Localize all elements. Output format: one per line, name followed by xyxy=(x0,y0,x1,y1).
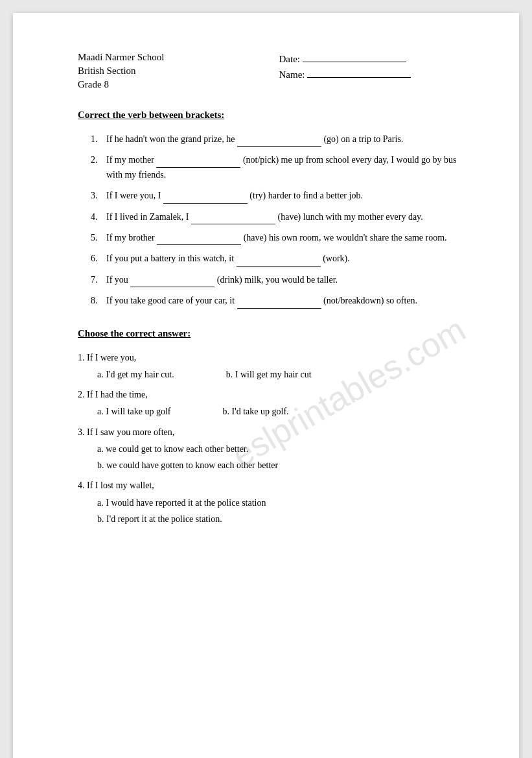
item-text-after: on a trip to Paris. xyxy=(341,134,403,144)
item-num: 3. xyxy=(91,189,98,203)
list-item: 3. If I were you, I (try) harder to find… xyxy=(91,189,467,203)
list-item: 1. If he hadn't won the grand prize, he … xyxy=(91,132,467,147)
item-text-after: his own room, we wouldn't share the same… xyxy=(269,233,447,243)
list-item: 2. If my mother (not/pick) me up from sc… xyxy=(91,153,467,182)
item-text-before: If you take good care of your car, it xyxy=(106,296,237,305)
answer-blank[interactable] xyxy=(237,137,321,147)
worksheet-page: eslprintables.com Maadi Narmer School Br… xyxy=(13,13,519,758)
section1-title: Correct the verb between brackets: xyxy=(78,110,467,121)
option-b: b. we could have gotten to know each oth… xyxy=(97,457,467,473)
option-a: a. I will take up golf xyxy=(97,403,171,420)
list-item: 7. If you (drink) milk, you would be tal… xyxy=(91,273,467,287)
item-num: 7. xyxy=(91,273,98,287)
choose-item-num: 3. xyxy=(78,427,87,437)
date-line: Date: xyxy=(279,52,468,65)
choose-item-num: 1. xyxy=(78,353,87,362)
section-1: Correct the verb between brackets: 1. If… xyxy=(78,110,467,309)
item-hint: (try) xyxy=(249,191,266,200)
answer-blank[interactable] xyxy=(130,278,214,287)
item-text-before: If I lived in Zamalek, I xyxy=(106,212,191,222)
answer-blank[interactable] xyxy=(237,257,321,266)
exercise-list: 1. If he hadn't won the grand prize, he … xyxy=(78,132,467,309)
choose-item-stem: If I had the time, xyxy=(87,390,148,399)
item-hint: (have) xyxy=(244,233,267,243)
school-name: Maadi Narmer School xyxy=(78,52,164,63)
item-num: 2. xyxy=(91,153,98,167)
answer-blank[interactable] xyxy=(156,159,240,168)
option-a: a. I'd get my hair cut. xyxy=(97,366,174,383)
item-text-after: (not/breakdown) so often. xyxy=(323,296,417,305)
answer-blank[interactable] xyxy=(237,300,321,309)
choose-options-row: a. I will take up golf b. I'd take up go… xyxy=(78,403,467,420)
date-field[interactable] xyxy=(303,52,406,62)
item-hint: (have) xyxy=(278,212,301,222)
choose-item-num: 2. xyxy=(78,390,87,399)
choose-item-3: 3. If I saw you more often, a. we could … xyxy=(78,425,467,474)
header-left: Maadi Narmer School British Section Grad… xyxy=(78,52,266,90)
item-text-after: milk, you would be taller. xyxy=(244,275,338,285)
item-text-after: harder to find a better job. xyxy=(268,191,363,200)
header-right: Date: Name: xyxy=(279,52,468,90)
item-text-before: If I were you, I xyxy=(106,191,163,200)
item-text-after: lunch with my mother every day. xyxy=(303,212,423,222)
name-line: Name: xyxy=(279,67,468,80)
item-hint: (not/pick) xyxy=(243,155,279,165)
item-hint: (go) xyxy=(323,134,338,144)
option-a: a. we could get to know each other bette… xyxy=(97,441,467,457)
choose-options-block: a. we could get to know each other bette… xyxy=(78,441,467,473)
choose-item-stem: If I were you, xyxy=(87,353,136,362)
list-item: 4. If I lived in Zamalek, I (have) lunch… xyxy=(91,210,467,224)
choose-item-stem: If I saw you more often, xyxy=(87,427,174,437)
list-item: 5. If my brother (have) his own room, we… xyxy=(91,231,467,245)
grade-name: Grade 8 xyxy=(78,79,109,90)
item-num: 4. xyxy=(91,210,98,224)
choose-options-row: a. I'd get my hair cut. b. I will get my… xyxy=(78,366,467,383)
list-item: 8. If you take good care of your car, it… xyxy=(91,294,467,308)
item-num: 6. xyxy=(91,252,98,266)
school-line: Maadi Narmer School xyxy=(78,52,266,63)
section-name: British Section xyxy=(78,65,136,77)
section-2: Choose the correct answer: 1. If I were … xyxy=(78,328,467,528)
option-b: b. I will get my hair cut xyxy=(226,366,312,383)
item-text-before: If my brother xyxy=(106,233,157,243)
option-a: a. I would have reported it at the polic… xyxy=(97,495,467,511)
choose-item-1: 1. If I were you, a. I'd get my hair cut… xyxy=(78,351,467,383)
item-num: 1. xyxy=(91,132,98,147)
item-text-before: If my mother xyxy=(106,155,156,165)
choose-item-4: 4. If I lost my wallet, a. I would have … xyxy=(78,479,467,527)
date-label: Date: xyxy=(279,54,300,65)
item-hint: (work). xyxy=(323,254,350,263)
list-item: 6. If you put a battery in this watch, i… xyxy=(91,252,467,266)
item-text-before: If you xyxy=(106,275,130,285)
section-line: British Section xyxy=(78,65,266,77)
answer-blank[interactable] xyxy=(191,215,275,224)
name-field[interactable] xyxy=(307,67,411,78)
choose-options-block: a. I would have reported it at the polic… xyxy=(78,495,467,527)
answer-blank[interactable] xyxy=(163,195,248,204)
item-text-before: If he hadn't won the grand prize, he xyxy=(106,134,237,144)
answer-blank[interactable] xyxy=(157,236,241,245)
choose-item-2: 2. If I had the time, a. I will take up … xyxy=(78,388,467,420)
name-label: Name: xyxy=(279,69,305,80)
option-b: b. I'd take up golf. xyxy=(223,403,289,420)
item-text-before: If you put a battery in this watch, it xyxy=(106,254,237,263)
choose-item-stem: If I lost my wallet, xyxy=(87,480,154,490)
option-b: b. I'd report it at the police station. xyxy=(97,511,467,527)
choose-item-num: 4. xyxy=(78,480,87,490)
item-num: 5. xyxy=(91,231,98,245)
section2-title: Choose the correct answer: xyxy=(78,328,467,339)
grade-line: Grade 8 xyxy=(78,79,266,90)
item-num: 8. xyxy=(91,294,98,308)
header: Maadi Narmer School British Section Grad… xyxy=(78,52,467,90)
item-hint: (drink) xyxy=(217,275,242,285)
